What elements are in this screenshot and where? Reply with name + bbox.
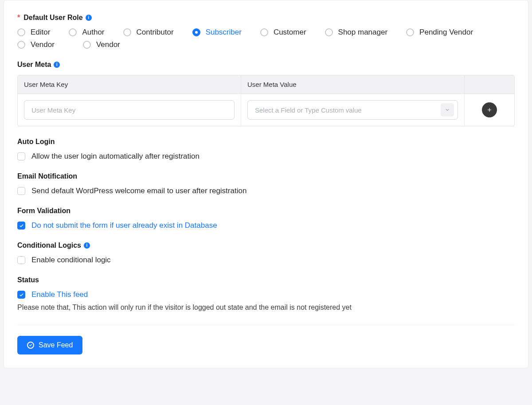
role-label: Customer xyxy=(274,28,306,37)
save-feed-button[interactable]: Save Feed xyxy=(17,336,82,354)
email-notification-checkbox-row[interactable]: Send default WordPress welcome email to … xyxy=(17,187,515,195)
status-text: Status xyxy=(17,276,39,284)
form-validation-text: Form Validation xyxy=(17,207,70,215)
user-meta-section: User Meta i User Meta Key User Meta Valu… xyxy=(17,61,515,126)
role-label: Vendor xyxy=(96,40,120,49)
email-notification-checkbox-label: Send default WordPress welcome email to … xyxy=(31,187,246,195)
role-label: Editor xyxy=(31,28,50,37)
user-meta-actions-header xyxy=(465,75,514,93)
user-meta-table: User Meta Key User Meta Value Select a F… xyxy=(17,75,515,126)
user-meta-value-placeholder: Select a Field or Type Custom value xyxy=(255,106,441,114)
conditional-logics-checkbox-label: Enable conditional logic xyxy=(31,256,111,265)
radio-icon xyxy=(17,28,25,36)
radio-icon xyxy=(83,41,91,49)
role-vendor-2[interactable]: Vendor xyxy=(83,40,120,49)
user-meta-value-select[interactable]: Select a Field or Type Custom value xyxy=(247,100,458,120)
divider xyxy=(17,325,515,325)
required-star: * xyxy=(17,14,20,22)
email-notification-label: Email Notification xyxy=(17,172,515,180)
info-icon[interactable]: i xyxy=(84,242,90,249)
user-meta-action-cell xyxy=(465,94,514,126)
user-meta-label: User Meta i xyxy=(17,61,515,69)
radio-icon xyxy=(406,28,414,36)
default-user-role-section: * Default User Role i Editor Author Cont… xyxy=(17,14,515,49)
role-subscriber[interactable]: Subscriber xyxy=(192,28,242,37)
email-notification-text: Email Notification xyxy=(17,172,77,180)
conditional-logics-text: Conditional Logics xyxy=(17,241,81,249)
role-label: Vendor xyxy=(31,40,55,49)
role-label: Subscriber xyxy=(206,28,242,37)
radio-icon xyxy=(123,28,131,36)
default-user-role-text: Default User Role xyxy=(23,14,82,22)
check-circle-icon xyxy=(27,342,34,349)
role-label: Contributor xyxy=(137,28,174,37)
auto-login-checkbox-label: Allow the user login automatically after… xyxy=(31,152,200,161)
checkbox-icon xyxy=(17,291,25,299)
radio-icon xyxy=(260,28,268,36)
conditional-logics-checkbox-row[interactable]: Enable conditional logic xyxy=(17,256,515,265)
radio-icon xyxy=(325,28,333,36)
status-label: Status xyxy=(17,276,515,284)
email-notification-section: Email Notification Send default WordPres… xyxy=(17,172,515,195)
role-customer[interactable]: Customer xyxy=(260,28,306,37)
chevron-down-icon xyxy=(441,103,454,117)
status-note: Please note that, This action will only … xyxy=(17,304,515,312)
auto-login-label: Auto Login xyxy=(17,138,515,146)
status-section: Status Enable This feed Please note that… xyxy=(17,276,515,312)
radio-icon xyxy=(69,28,77,36)
save-feed-label: Save Feed xyxy=(39,341,73,349)
user-meta-value-header: User Meta Value xyxy=(241,75,465,93)
conditional-logics-label: Conditional Logics i xyxy=(17,241,515,249)
status-checkbox-row[interactable]: Enable This feed xyxy=(17,290,515,299)
add-meta-button[interactable] xyxy=(482,102,497,117)
user-meta-key-input[interactable] xyxy=(24,100,235,120)
status-checkbox-label: Enable This feed xyxy=(31,290,88,299)
form-validation-checkbox-label: Do not submit the form if user already e… xyxy=(31,221,217,230)
info-icon[interactable]: i xyxy=(54,62,60,68)
form-validation-label: Form Validation xyxy=(17,207,515,215)
auto-login-section: Auto Login Allow the user login automati… xyxy=(17,138,515,161)
form-validation-checkbox-row[interactable]: Do not submit the form if user already e… xyxy=(17,221,515,230)
user-meta-table-head: User Meta Key User Meta Value xyxy=(18,75,514,94)
user-meta-key-cell xyxy=(18,94,241,126)
role-shop-manager[interactable]: Shop manager xyxy=(325,28,388,37)
role-vendor[interactable]: Vendor xyxy=(17,40,55,49)
radio-icon xyxy=(17,41,25,49)
checkbox-icon xyxy=(17,222,25,230)
form-validation-section: Form Validation Do not submit the form i… xyxy=(17,207,515,230)
checkbox-icon xyxy=(17,256,25,264)
user-meta-value-cell: Select a Field or Type Custom value xyxy=(241,94,465,126)
settings-card: * Default User Role i Editor Author Cont… xyxy=(4,0,528,368)
auto-login-text: Auto Login xyxy=(17,138,55,146)
default-user-role-label: * Default User Role i xyxy=(17,14,515,22)
user-meta-key-header: User Meta Key xyxy=(18,75,241,93)
role-author[interactable]: Author xyxy=(69,28,104,37)
checkbox-icon xyxy=(17,152,25,160)
conditional-logics-section: Conditional Logics i Enable conditional … xyxy=(17,241,515,265)
role-pending-vendor[interactable]: Pending Vendor xyxy=(406,28,473,37)
role-label: Author xyxy=(82,28,104,37)
role-label: Pending Vendor xyxy=(419,28,473,37)
auto-login-checkbox-row[interactable]: Allow the user login automatically after… xyxy=(17,152,515,161)
role-contributor[interactable]: Contributor xyxy=(123,28,174,37)
role-radio-group: Editor Author Contributor Subscriber Cus… xyxy=(17,28,505,49)
user-meta-text: User Meta xyxy=(17,61,51,69)
role-editor[interactable]: Editor xyxy=(17,28,50,37)
role-label: Shop manager xyxy=(338,28,388,37)
radio-icon xyxy=(192,28,200,36)
info-icon[interactable]: i xyxy=(86,15,92,21)
user-meta-row: Select a Field or Type Custom value xyxy=(18,94,514,126)
checkbox-icon xyxy=(17,187,25,195)
